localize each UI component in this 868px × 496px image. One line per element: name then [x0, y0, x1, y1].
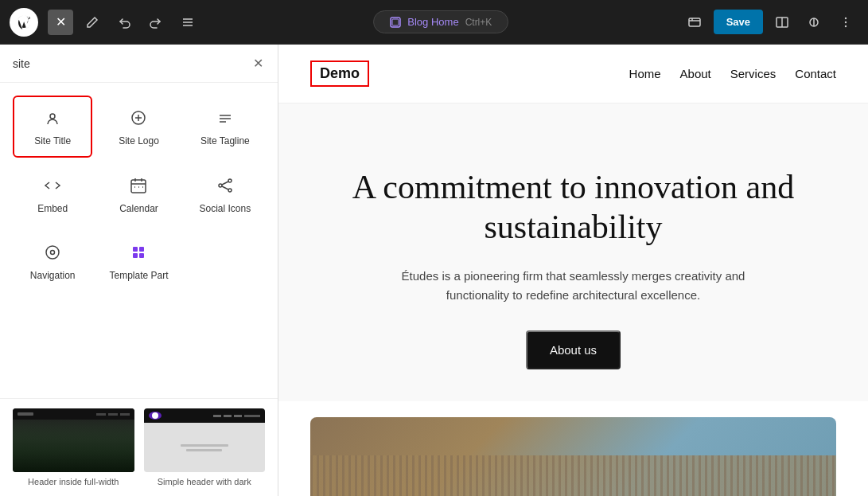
split-view-button[interactable]	[769, 10, 795, 35]
nav-link-about[interactable]: About	[680, 67, 711, 80]
block-item-embed[interactable]: Embed	[13, 164, 92, 225]
template-part-icon	[127, 241, 150, 264]
template-thumb-label-1: Header inside full-width	[13, 477, 134, 486]
wp-logo[interactable]	[10, 8, 38, 37]
canvas-header: Demo Home About Services Contact	[278, 45, 868, 103]
editor-canvas: Demo Home About Services Contact A commi…	[278, 45, 868, 496]
svg-line-32	[222, 182, 228, 185]
block-label-social-icons: Social Icons	[199, 203, 251, 214]
svg-point-13	[845, 21, 847, 22]
block-label-site-logo: Site Logo	[119, 135, 159, 146]
template-thumb-img-1	[13, 408, 134, 472]
block-item-navigation[interactable]: Navigation	[13, 231, 92, 291]
search-input[interactable]	[13, 57, 245, 70]
editor-area: Demo Home About Services Contact A commi…	[278, 45, 868, 496]
svg-rect-4	[392, 19, 399, 25]
svg-rect-38	[133, 253, 138, 258]
page-title-pill[interactable]: Blog Home Ctrl+K	[373, 10, 508, 33]
block-label-embed: Embed	[37, 203, 68, 214]
canvas-hero: A commitment to innovation and sustainab…	[278, 103, 868, 401]
svg-point-15	[50, 114, 55, 119]
search-clear-button[interactable]: ✕	[251, 54, 265, 72]
toolbar-right: Save	[682, 10, 858, 35]
hero-subtitle: Études is a pioneering firm that seamles…	[375, 267, 773, 305]
blocks-scroll-area: Site Title Site Logo	[0, 83, 278, 398]
site-logo-icon	[127, 107, 150, 129]
top-toolbar: ✕ Blog Home Ctrl+K	[0, 0, 868, 45]
toolbar-center: Blog Home Ctrl+K	[207, 10, 675, 33]
canvas-nav: Home About Services Contact	[629, 67, 836, 81]
main-layout: ✕ Site Title	[0, 45, 868, 496]
template-thumb-1[interactable]: Header inside full-width	[13, 408, 134, 486]
calendar-icon	[127, 174, 150, 197]
embed-icon	[41, 174, 64, 197]
site-tagline-icon	[214, 107, 236, 129]
sidebar: ✕ Site Title	[0, 45, 278, 496]
svg-rect-22	[131, 180, 146, 193]
svg-rect-39	[139, 253, 144, 258]
block-item-social-icons[interactable]: Social Icons	[185, 164, 265, 225]
block-label-site-title: Site Title	[34, 135, 71, 146]
svg-line-33	[222, 186, 228, 189]
blocks-grid: Site Title Site Logo	[0, 83, 278, 304]
block-item-template-part[interactable]: Template Part	[99, 231, 178, 291]
svg-point-14	[845, 25, 847, 26]
svg-point-31	[228, 189, 232, 192]
block-item-calendar[interactable]: Calendar	[99, 164, 178, 225]
block-label-template-part: Template Part	[109, 270, 168, 281]
nav-link-home[interactable]: Home	[629, 67, 661, 80]
page-title-text: Blog Home	[407, 16, 458, 28]
dark-mode-button[interactable]	[801, 10, 827, 35]
nav-item-services[interactable]: Services	[730, 67, 777, 81]
svg-point-30	[219, 184, 222, 187]
svg-point-29	[228, 179, 232, 182]
site-title-icon	[41, 107, 64, 129]
nav-item-about[interactable]: About	[680, 67, 711, 81]
svg-point-34	[46, 246, 59, 259]
nav-link-contact[interactable]: Contact	[795, 67, 836, 80]
keyboard-shortcut: Ctrl+K	[465, 17, 492, 28]
hero-title: A commitment to innovation and sustainab…	[343, 167, 804, 248]
block-item-site-tagline[interactable]: Site Tagline	[185, 96, 265, 158]
block-label-site-tagline: Site Tagline	[200, 135, 250, 146]
search-bar: ✕	[0, 45, 278, 83]
save-button[interactable]: Save	[714, 10, 763, 34]
cta-button[interactable]: About us	[526, 330, 621, 369]
site-logo-demo: Demo	[310, 61, 369, 87]
block-item-site-logo[interactable]: Site Logo	[99, 96, 178, 158]
preview-button[interactable]	[682, 10, 707, 35]
block-item-site-title[interactable]: Site Title	[13, 96, 92, 158]
nav-item-contact[interactable]: Contact	[795, 67, 836, 81]
block-label-navigation: Navigation	[30, 270, 76, 281]
social-icons-icon	[214, 174, 236, 197]
list-view-button[interactable]	[175, 10, 200, 35]
template-thumb-2[interactable]: Simple header with dark	[144, 408, 266, 486]
close-button[interactable]: ✕	[48, 10, 73, 35]
svg-rect-36	[133, 247, 138, 252]
more-options-button[interactable]	[833, 10, 858, 35]
redo-button[interactable]	[143, 10, 169, 35]
canvas-nav-list: Home About Services Contact	[629, 67, 836, 81]
block-label-calendar: Calendar	[119, 203, 158, 214]
template-thumb-label-2: Simple header with dark	[144, 477, 266, 486]
svg-rect-5	[689, 18, 700, 26]
edit-icon-button[interactable]	[80, 10, 105, 35]
navigation-icon	[41, 241, 64, 264]
svg-point-35	[51, 251, 55, 255]
template-previews: Header inside full-width	[0, 398, 278, 496]
canvas-building-image	[310, 417, 836, 496]
svg-rect-37	[139, 247, 144, 252]
template-thumb-img-2	[144, 408, 266, 472]
nav-link-services[interactable]: Services	[730, 67, 777, 80]
nav-item-home[interactable]: Home	[629, 67, 661, 81]
svg-point-12	[845, 17, 847, 18]
undo-button[interactable]	[111, 10, 137, 35]
